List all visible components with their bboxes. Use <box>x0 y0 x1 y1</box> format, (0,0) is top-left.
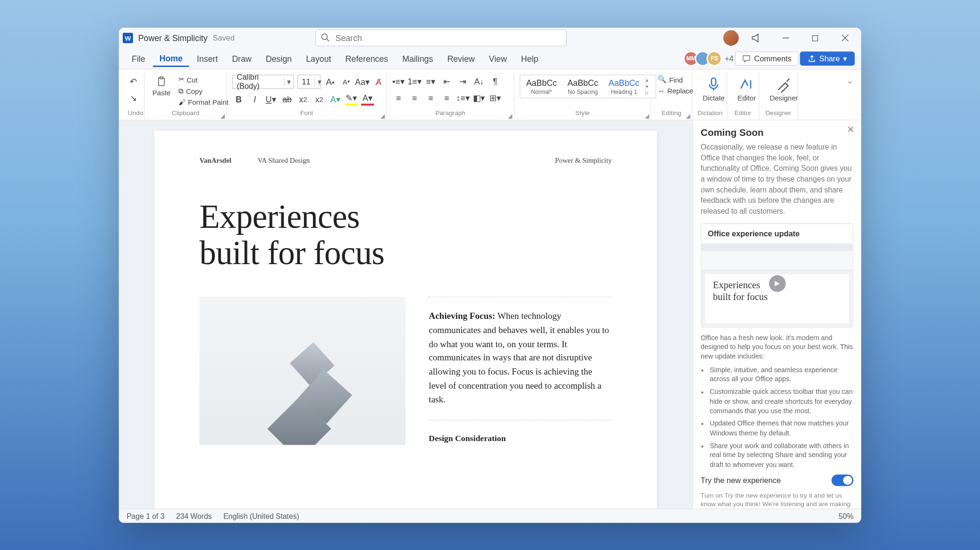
line-spacing-button[interactable]: ↕≡▾ <box>456 91 469 104</box>
search-input[interactable] <box>315 29 566 46</box>
preview-thumbnail[interactable]: Experiencesbuilt for focus ▶ <box>701 243 853 326</box>
collaborator-avatars[interactable]: MM FS +4 <box>687 50 734 66</box>
font-dialog-launcher[interactable]: ◢ <box>380 112 385 119</box>
search-icon <box>321 33 329 43</box>
search-box[interactable] <box>315 29 566 46</box>
list-item: Simple, intuitive, and seamless experien… <box>710 365 853 383</box>
cut-button[interactable]: ✂Cut <box>177 75 230 84</box>
tab-layout[interactable]: Layout <box>300 51 338 66</box>
status-bar: Page 1 of 3 234 Words English (United St… <box>119 508 861 523</box>
account-avatar[interactable] <box>723 30 739 46</box>
strikethrough-button[interactable]: ab <box>280 92 293 105</box>
designer-button[interactable]: Designer <box>764 75 803 103</box>
feature-bullets: Simple, intuitive, and seamless experien… <box>701 365 853 469</box>
close-button[interactable] <box>833 28 857 48</box>
text-effects-button[interactable]: A▾ <box>329 92 342 105</box>
styles-dialog-launcher[interactable]: ◢ <box>645 112 650 119</box>
subscript-button[interactable]: x2 <box>297 92 310 105</box>
underline-button[interactable]: U▾ <box>264 92 277 105</box>
align-center-button[interactable]: ≡ <box>408 91 421 104</box>
feature-card: Office experience update Experiencesbuil… <box>701 223 853 327</box>
dictate-button[interactable]: Dictate <box>698 75 730 103</box>
collapse-ribbon-button[interactable]: ⌄ <box>843 72 857 119</box>
document-canvas[interactable]: VanArsdel VA Shared Design Power & Simpl… <box>119 120 693 508</box>
svg-rect-8 <box>711 78 716 85</box>
ribbon: ↶ ↘ Undo Paste ✂Cut ⧉Copy 🖌Format Paint … <box>119 69 861 120</box>
tab-references[interactable]: References <box>339 51 395 66</box>
share-label: Share <box>819 54 840 63</box>
change-case-button[interactable]: Aa▾ <box>356 75 369 88</box>
font-color-button[interactable]: A▾ <box>361 92 374 105</box>
redo-button[interactable]: ↘ <box>127 91 140 104</box>
borders-button[interactable]: ⊞▾ <box>489 91 501 104</box>
tab-review[interactable]: Review <box>441 51 481 66</box>
maximize-button[interactable] <box>803 28 828 48</box>
group-designer: Designer Designer <box>760 72 798 119</box>
page-indicator[interactable]: Page 1 of 3 <box>127 512 164 519</box>
tab-draw[interactable]: Draw <box>226 51 258 66</box>
font-name-select[interactable]: Calibri (Body)▾ <box>232 75 294 89</box>
show-marks-button[interactable]: ¶ <box>489 75 501 87</box>
language-indicator[interactable]: English (United States) <box>223 512 299 519</box>
copy-button[interactable]: ⧉Copy <box>177 86 230 95</box>
play-icon[interactable]: ▶ <box>769 275 785 291</box>
paragraph-dialog-launcher[interactable]: ◢ <box>508 112 513 119</box>
format-painter-button[interactable]: 🖌Format Paint <box>177 98 230 107</box>
clear-formatting-button[interactable]: A̸ <box>372 75 385 88</box>
collaborator-3[interactable]: FS <box>707 50 722 66</box>
shading-button[interactable]: ◧▾ <box>473 91 485 104</box>
comments-button[interactable]: Comments <box>735 51 799 66</box>
style-normal[interactable]: AaBbCc Normal* <box>522 76 562 96</box>
numbering-button[interactable]: 1≡▾ <box>408 75 421 87</box>
font-size-select[interactable]: 11▾ <box>297 75 321 89</box>
increase-indent-button[interactable]: ⇥ <box>456 75 469 87</box>
style-heading1[interactable]: AaBbCc Heading 1 <box>604 76 644 96</box>
paste-button[interactable]: Paste <box>150 75 173 98</box>
italic-button[interactable]: I <box>248 92 261 105</box>
decrease-indent-button[interactable]: ⇤ <box>440 75 453 87</box>
tab-view[interactable]: View <box>482 51 513 66</box>
tab-design[interactable]: Design <box>259 51 298 66</box>
editing-dialog-launcher[interactable]: ◢ <box>686 112 691 119</box>
superscript-button[interactable]: x2 <box>313 92 326 105</box>
tab-file[interactable]: File <box>125 51 152 66</box>
highlight-button[interactable]: ✎▾ <box>345 92 358 105</box>
try-experience-toggle[interactable] <box>831 474 853 486</box>
group-undo: ↶ ↘ Undo <box>123 72 144 119</box>
tab-insert[interactable]: Insert <box>190 51 224 66</box>
card-title: Office experience update <box>701 224 853 243</box>
bold-button[interactable]: B <box>232 92 245 105</box>
align-right-button[interactable]: ≡ <box>424 91 437 104</box>
group-label-editor: Editor <box>732 109 753 120</box>
word-count[interactable]: 234 Words <box>176 512 212 519</box>
close-pane-button[interactable]: ✕ <box>847 124 854 134</box>
tab-mailings[interactable]: Mailings <box>396 51 439 66</box>
coming-soon-pane: ✕ Coming Soon Occasionally, we release a… <box>693 120 862 508</box>
find-button[interactable]: 🔍Find <box>656 75 694 84</box>
page-header: VanArsdel VA Shared Design Power & Simpl… <box>199 156 612 164</box>
collaborator-more[interactable]: +4 <box>725 54 734 63</box>
ribbon-tabs: File Home Insert Draw Design Layout Refe… <box>119 48 861 69</box>
minimize-button[interactable] <box>774 28 798 48</box>
style-no-spacing[interactable]: AaBbCc No Spacing <box>563 76 603 96</box>
grow-font-button[interactable]: A▴ <box>324 75 337 88</box>
clipboard-dialog-launcher[interactable]: ◢ <box>220 112 225 119</box>
document-page: VanArsdel VA Shared Design Power & Simpl… <box>154 131 657 508</box>
tab-help[interactable]: Help <box>515 51 545 66</box>
shrink-font-button[interactable]: A▾ <box>340 75 353 88</box>
sort-button[interactable]: A↓ <box>473 75 485 87</box>
group-label-editing: Editing <box>656 109 686 120</box>
zoom-level[interactable]: 50% <box>838 512 853 519</box>
justify-button[interactable]: ≡ <box>440 91 453 104</box>
group-label-dictation: Dictation <box>698 109 722 120</box>
tab-home[interactable]: Home <box>153 50 189 67</box>
megaphone-icon[interactable] <box>744 28 769 48</box>
styles-gallery[interactable]: AaBbCc Normal* AaBbCc No Spacing AaBbCc … <box>520 75 656 99</box>
editor-button[interactable]: Editor <box>732 75 761 103</box>
bullets-button[interactable]: ▪≡▾ <box>392 75 405 87</box>
align-left-button[interactable]: ≡ <box>392 91 405 104</box>
undo-button[interactable]: ↶ <box>127 75 140 87</box>
replace-button[interactable]: ↔Replace <box>656 86 694 95</box>
share-button[interactable]: Share ▾ <box>800 51 855 66</box>
multilevel-button[interactable]: ≡▾ <box>424 75 437 87</box>
